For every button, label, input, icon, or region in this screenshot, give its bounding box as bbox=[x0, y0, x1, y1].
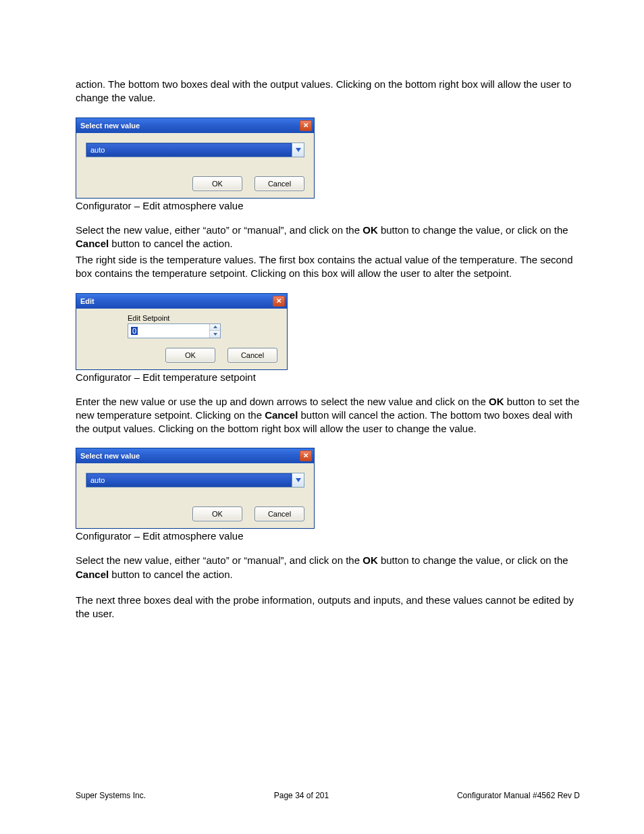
edit-setpoint-dialog: Edit ✕ Edit Setpoint 0 bbox=[76, 293, 288, 370]
dialog-title: Select new value bbox=[80, 452, 300, 460]
cancel-button[interactable]: Cancel bbox=[254, 506, 304, 521]
body-paragraph: Select the new value, either “auto” or “… bbox=[76, 554, 580, 581]
close-icon: ✕ bbox=[276, 298, 281, 305]
combo-arrow-button[interactable] bbox=[292, 143, 304, 157]
dialog-title: Select new value bbox=[80, 122, 300, 130]
body-paragraph: Enter the new value or use the up and do… bbox=[76, 395, 580, 436]
body-paragraph: The right side is the temperature values… bbox=[76, 253, 580, 281]
close-button[interactable]: ✕ bbox=[273, 296, 285, 307]
figure-caption: Configurator – Edit atmosphere value bbox=[76, 530, 580, 542]
ok-button[interactable]: OK bbox=[192, 506, 242, 521]
spinner-value[interactable]: 0 bbox=[128, 324, 209, 338]
cancel-button[interactable]: Cancel bbox=[254, 176, 304, 191]
select-new-value-dialog: Select new value ✕ auto OK Cancel bbox=[76, 448, 315, 529]
value-combobox[interactable]: auto bbox=[86, 142, 304, 157]
close-icon: ✕ bbox=[303, 452, 308, 459]
chevron-down-icon bbox=[296, 148, 301, 152]
spinner-up-button[interactable] bbox=[210, 324, 220, 332]
setpoint-spinner[interactable]: 0 bbox=[128, 323, 221, 338]
footer-right: Configurator Manual #4562 Rev D bbox=[457, 791, 580, 800]
chevron-down-icon bbox=[213, 333, 217, 336]
page-footer: Super Systems Inc. Page 34 of 201 Config… bbox=[0, 791, 644, 800]
cancel-button[interactable]: Cancel bbox=[227, 348, 277, 363]
select-new-value-dialog: Select new value ✕ auto OK Cancel bbox=[76, 118, 315, 199]
body-paragraph: action. The bottom two boxes deal with t… bbox=[76, 78, 580, 105]
close-icon: ✕ bbox=[303, 122, 308, 129]
dialog-titlebar: Edit ✕ bbox=[76, 294, 287, 309]
dialog-titlebar: Select new value ✕ bbox=[76, 448, 314, 463]
combo-arrow-button[interactable] bbox=[292, 473, 304, 487]
dialog-title: Edit bbox=[80, 297, 273, 305]
ok-button[interactable]: OK bbox=[192, 176, 242, 191]
close-button[interactable]: ✕ bbox=[300, 120, 312, 131]
footer-left: Super Systems Inc. bbox=[76, 791, 146, 800]
dialog-titlebar: Select new value ✕ bbox=[76, 118, 314, 133]
close-button[interactable]: ✕ bbox=[300, 450, 312, 461]
figure-caption: Configurator – Edit temperature setpoint bbox=[76, 371, 580, 383]
ok-button[interactable]: OK bbox=[165, 348, 215, 363]
chevron-down-icon bbox=[296, 478, 301, 482]
combo-selected-text: auto bbox=[86, 143, 292, 157]
body-paragraph: Select the new value, either “auto” or “… bbox=[76, 224, 580, 251]
spinner-down-button[interactable] bbox=[210, 331, 220, 338]
value-combobox[interactable]: auto bbox=[86, 473, 304, 488]
figure-caption: Configurator – Edit atmosphere value bbox=[76, 200, 580, 211]
chevron-up-icon bbox=[213, 325, 217, 328]
combo-selected-text: auto bbox=[86, 473, 292, 487]
footer-center: Page 34 of 201 bbox=[274, 791, 329, 800]
setpoint-label: Edit Setpoint bbox=[128, 314, 277, 322]
body-paragraph: The next three boxes deal with the probe… bbox=[76, 594, 580, 621]
